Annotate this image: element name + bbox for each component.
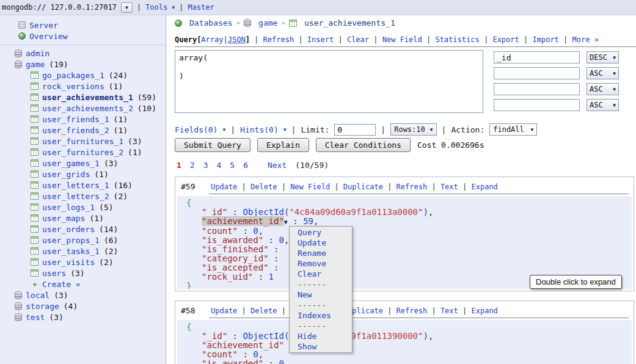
separator: | bbox=[381, 125, 386, 134]
collection-item[interactable]: user_maps(1) bbox=[0, 213, 166, 224]
field-value: 1 bbox=[269, 272, 274, 282]
database-item-local[interactable]: local (3) bbox=[0, 289, 166, 300]
collection-item[interactable]: user_letters_1(16) bbox=[0, 180, 166, 191]
import-link[interactable]: Import bbox=[532, 35, 558, 44]
query-textarea[interactable]: array( ) bbox=[175, 50, 483, 113]
create-collection-link[interactable]: ✚ Create » bbox=[0, 278, 166, 289]
delete-link[interactable]: Delete bbox=[250, 307, 277, 315]
collection-item[interactable]: user_logs_1(5) bbox=[0, 202, 166, 213]
expand-link[interactable]: Expand bbox=[471, 183, 497, 191]
breadcrumb-db[interactable]: game bbox=[258, 18, 277, 27]
collection-item[interactable]: user_visits(2) bbox=[0, 257, 166, 268]
collection-item[interactable]: user_furnitures_1(3) bbox=[0, 136, 166, 147]
clear-conditions-button[interactable]: Clear Conditions bbox=[316, 138, 411, 152]
update-link[interactable]: Update bbox=[211, 183, 237, 191]
collection-count: (6) bbox=[104, 236, 118, 245]
field-key[interactable]: "achievement_id" bbox=[202, 216, 284, 226]
action-select[interactable]: findAll▼ bbox=[489, 123, 537, 136]
collection-item[interactable]: user_furnitures_2(1) bbox=[0, 147, 166, 158]
database-icon bbox=[15, 313, 22, 321]
separator: | bbox=[242, 307, 246, 315]
menu-item-update[interactable]: Update bbox=[290, 238, 352, 248]
collection-item[interactable]: user_games_1(3) bbox=[0, 158, 166, 169]
collection-item[interactable]: user_grids(1) bbox=[0, 169, 166, 180]
duplicate-link[interactable]: Duplicate bbox=[343, 183, 383, 191]
export-link[interactable]: Export bbox=[492, 35, 519, 44]
fields-dropdown[interactable]: Fields(0) bbox=[175, 125, 217, 134]
text-link[interactable]: Text bbox=[440, 307, 458, 315]
menu-item-new[interactable]: New bbox=[290, 289, 352, 300]
database-icon bbox=[15, 291, 22, 299]
next-page-link[interactable]: Next bbox=[268, 161, 287, 170]
field-value: 0 bbox=[279, 235, 283, 245]
collection-item[interactable]: go_packages_1(24) bbox=[0, 70, 166, 81]
collection-item[interactable]: user_tasks_1(2) bbox=[0, 246, 166, 257]
clear-link[interactable]: Clear bbox=[347, 35, 369, 44]
limit-input[interactable] bbox=[334, 124, 376, 136]
menu-item-clear[interactable]: Clear bbox=[290, 269, 352, 279]
new-field-link[interactable]: New Field bbox=[290, 183, 330, 191]
table-icon bbox=[31, 236, 38, 244]
sort-field-input-4[interactable] bbox=[494, 99, 580, 111]
statistics-link[interactable]: Statistics bbox=[435, 35, 479, 44]
tools-menu[interactable]: Tools bbox=[145, 3, 167, 12]
menu-item-query[interactable]: Query bbox=[290, 227, 352, 238]
new-field-link[interactable]: New Field bbox=[382, 35, 422, 44]
menu-item-show[interactable]: Show bbox=[290, 341, 352, 352]
collection-item[interactable]: user_props_1(6) bbox=[0, 235, 166, 246]
menu-item-indexes[interactable]: Indexes bbox=[290, 310, 352, 321]
more-link[interactable]: More » bbox=[572, 35, 599, 44]
json-mode-link[interactable]: JSON bbox=[228, 35, 246, 44]
page-current[interactable]: 1 bbox=[177, 161, 181, 170]
menu-item-rename[interactable]: Rename bbox=[290, 248, 352, 258]
document-field-highlighted[interactable]: "achievement_id"▼ : 59, bbox=[186, 217, 632, 227]
collection-item[interactable]: user_orders(14) bbox=[0, 224, 166, 235]
rows-select[interactable]: Rows:10▼ bbox=[390, 123, 436, 136]
menu-item-remove[interactable]: Remove bbox=[290, 258, 352, 269]
sort-order-select-3[interactable]: ASC▼ bbox=[587, 83, 619, 95]
hints-dropdown[interactable]: Hints(0) bbox=[240, 125, 279, 134]
connection-select[interactable]: ▼ bbox=[121, 2, 133, 13]
table-icon bbox=[31, 137, 38, 145]
update-link[interactable]: Update bbox=[211, 307, 237, 315]
sidebar-item-server[interactable]: Server bbox=[0, 20, 166, 31]
collection-item[interactable]: rock_versions(1) bbox=[0, 81, 166, 92]
collection-item[interactable]: user_achievements_2(10) bbox=[0, 103, 166, 114]
database-item-game[interactable]: game (19) bbox=[0, 59, 166, 70]
refresh-link[interactable]: Refresh bbox=[397, 183, 428, 191]
expand-link[interactable]: Expand bbox=[471, 307, 497, 315]
collection-item[interactable]: user_letters_2(2) bbox=[0, 191, 166, 202]
page-link[interactable]: 2 bbox=[190, 161, 195, 170]
sidebar-item-overview[interactable]: Overview bbox=[0, 31, 166, 42]
collection-item[interactable]: users(3) bbox=[0, 268, 166, 278]
sort-order-select-4[interactable]: ASC▼ bbox=[587, 99, 619, 111]
database-count: (4) bbox=[64, 302, 78, 311]
sort-field-input-1[interactable] bbox=[494, 51, 580, 64]
refresh-link[interactable]: Refresh bbox=[263, 35, 294, 44]
page-link[interactable]: 6 bbox=[243, 161, 248, 170]
page-link[interactable]: 3 bbox=[203, 161, 208, 170]
page-link[interactable]: 4 bbox=[216, 161, 221, 170]
text-link[interactable]: Text bbox=[440, 183, 458, 191]
collection-item[interactable]: user_friends_1(1) bbox=[0, 114, 166, 125]
collection-item[interactable]: user_friends_2(1) bbox=[0, 125, 166, 136]
breadcrumb-databases[interactable]: Databases bbox=[189, 18, 232, 27]
refresh-link[interactable]: Refresh bbox=[397, 307, 428, 315]
collection-label: user_games_1 bbox=[42, 159, 100, 168]
sort-order-select-2[interactable]: ASC▼ bbox=[587, 67, 619, 79]
collection-item-selected[interactable]: user_achievements_1(59) bbox=[0, 92, 166, 103]
insert-link[interactable]: Insert bbox=[307, 35, 334, 44]
sort-order-select-1[interactable]: DESC▼ bbox=[587, 51, 619, 64]
database-item-storage[interactable]: storage (4) bbox=[0, 300, 166, 311]
menu-item-hide[interactable]: Hide bbox=[290, 331, 352, 341]
page-link[interactable]: 5 bbox=[230, 161, 235, 170]
submit-query-button[interactable]: Submit Query bbox=[175, 138, 250, 152]
explain-button[interactable]: Explain bbox=[257, 138, 309, 152]
database-item-test[interactable]: test (3) bbox=[0, 311, 166, 322]
sort-field-input-2[interactable] bbox=[494, 67, 580, 79]
database-item-admin[interactable]: admin bbox=[0, 48, 166, 59]
array-mode-link[interactable]: Array bbox=[201, 35, 223, 44]
sort-field-input-3[interactable] bbox=[494, 83, 580, 95]
master-link[interactable]: Master bbox=[188, 3, 214, 12]
delete-link[interactable]: Delete bbox=[250, 183, 277, 191]
